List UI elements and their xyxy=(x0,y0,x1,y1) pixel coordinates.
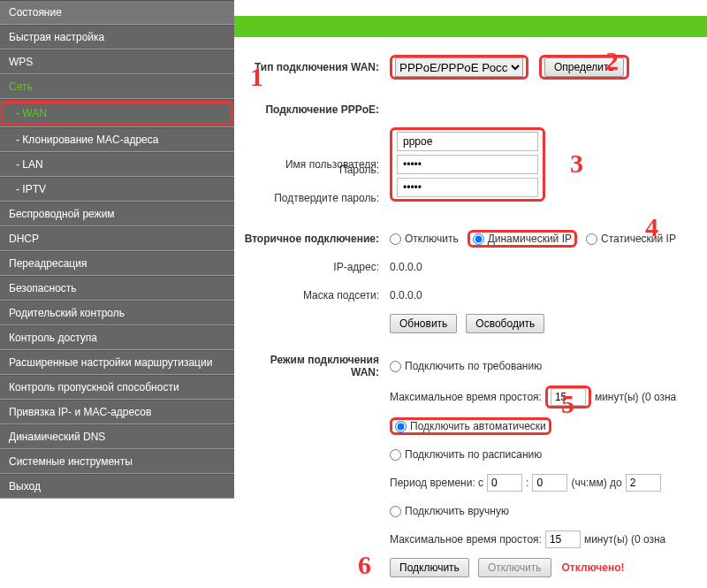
sidebar-item-7[interactable]: - IPTV xyxy=(0,177,234,202)
sidebar: СостояниеБыстрая настройкаWPSСеть- WAN- … xyxy=(0,0,234,588)
idle2-unit: минут(ы) (0 озна xyxy=(584,533,665,546)
sidebar-item-16[interactable]: Привязка IP- и MAC-адресов xyxy=(0,400,234,424)
pppoe-header: Подключение PPPoE: xyxy=(239,103,390,116)
sidebar-item-11[interactable]: Безопасность xyxy=(0,276,234,301)
sidebar-item-12[interactable]: Родительский контроль xyxy=(0,301,234,325)
idle-unit: минут(ы) (0 озна xyxy=(595,391,676,403)
sidebar-item-6[interactable]: - LAN xyxy=(0,152,234,177)
sidebar-item-14[interactable]: Расширенные настройки маршрутизации xyxy=(0,350,234,375)
sidebar-item-0[interactable]: Состояние xyxy=(0,0,234,25)
mode-manual-radio[interactable] xyxy=(390,506,401,517)
wan-type-label: Тип подключения WAN: xyxy=(239,61,390,73)
period-m1-input[interactable] xyxy=(532,474,567,492)
sec-disable-text: Отключить xyxy=(405,233,459,245)
sidebar-item-3[interactable]: Сеть xyxy=(0,74,234,99)
sidebar-item-8[interactable]: Беспроводной режим xyxy=(0,202,234,226)
sec-static-radio[interactable] xyxy=(586,233,597,245)
sidebar-item-4[interactable]: - WAN xyxy=(1,101,233,126)
sidebar-item-17[interactable]: Динамический DNS xyxy=(0,424,234,449)
confirm-input[interactable] xyxy=(397,178,538,197)
sec-static-text: Статический IP xyxy=(601,233,676,245)
period-label: Период времени: с xyxy=(390,477,483,489)
green-divider xyxy=(234,16,707,37)
mode-demand-radio[interactable] xyxy=(390,361,401,372)
idle-label: Максимальное время простоя: xyxy=(390,391,542,403)
username-input[interactable] xyxy=(397,132,538,151)
main-panel: Тип подключения WAN: PPPoE/PPPoE Россия … xyxy=(234,0,707,588)
detect-button[interactable]: Определить xyxy=(544,57,624,77)
sidebar-item-15[interactable]: Контроль пропускной способности xyxy=(0,375,234,400)
wan-type-select[interactable]: PPPoE/PPPoE Россия xyxy=(395,57,523,77)
username-label: Имя пользователя: xyxy=(239,158,390,171)
mode-auto-radio[interactable] xyxy=(395,421,407,432)
sidebar-item-5[interactable]: - Клонирование MAC-адреса xyxy=(0,127,234,152)
disconnect-button[interactable]: Отключить xyxy=(478,558,551,577)
refresh-button[interactable]: Обновить xyxy=(390,314,457,333)
sec-disable-radio[interactable] xyxy=(390,233,401,245)
period-h2-input[interactable] xyxy=(626,474,661,492)
release-button[interactable]: Освободить xyxy=(466,314,544,333)
ip-value: 0.0.0.0 xyxy=(390,261,702,273)
mode-label: Режим подключения WAN: xyxy=(239,354,390,378)
sidebar-item-9[interactable]: DHCP xyxy=(0,226,234,251)
period-fmt: (чч:мм) до xyxy=(571,477,621,489)
period-h1-input[interactable] xyxy=(487,474,522,492)
sidebar-item-13[interactable]: Контроль доступа xyxy=(0,325,234,350)
sec-dynamic-text: Динамический IP xyxy=(488,233,572,245)
sec-dynamic-radio[interactable] xyxy=(473,233,484,245)
password-input[interactable] xyxy=(397,155,538,174)
mode-demand-text: Подключить по требованию xyxy=(405,360,542,372)
sidebar-item-18[interactable]: Системные инструменты xyxy=(0,449,234,474)
connect-button[interactable]: Подключить xyxy=(390,558,469,577)
idle2-input[interactable] xyxy=(545,531,581,548)
mask-value: 0.0.0.0 xyxy=(390,289,702,302)
sidebar-item-2[interactable]: WPS xyxy=(0,50,234,74)
idle-input[interactable] xyxy=(551,388,586,406)
mode-manual-text: Подключить вручную xyxy=(405,505,509,517)
mask-label: Маска подсети: xyxy=(239,289,390,302)
secondary-label: Вторичное подключение: xyxy=(239,233,390,245)
sidebar-item-10[interactable]: Переадресация xyxy=(0,251,234,276)
ip-label: IP-адрес: xyxy=(239,261,390,273)
sidebar-item-1[interactable]: Быстрая настройка xyxy=(0,25,234,50)
mode-auto-text: Подключить автоматически xyxy=(410,420,546,432)
sidebar-item-19[interactable]: Выход xyxy=(0,474,234,499)
status-text: Отключено! xyxy=(562,561,625,574)
idle2-label: Максимальное время простоя: xyxy=(390,533,542,546)
mode-schedule-radio[interactable] xyxy=(390,449,401,461)
mode-schedule-text: Подключить по расписанию xyxy=(405,448,542,461)
